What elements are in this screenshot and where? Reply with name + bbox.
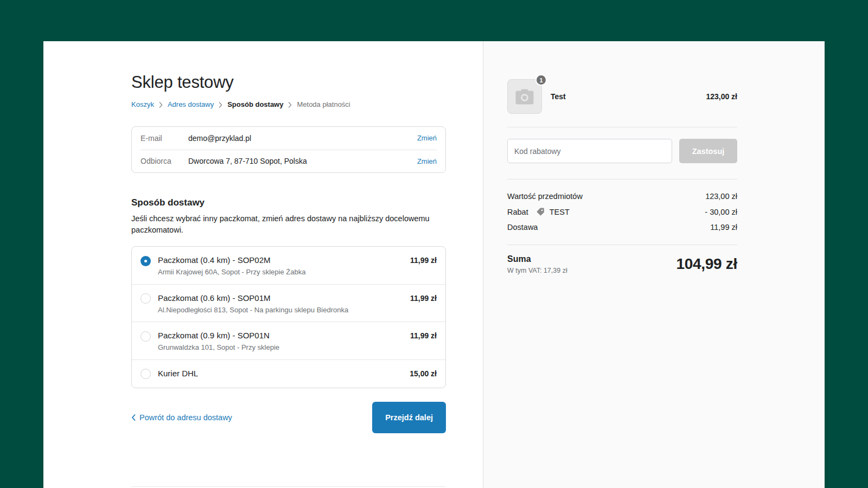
option-title: Kurier DHL [158,368,198,379]
footer-divider [131,486,446,487]
summary-row-shipping: Dostawa 11,99 zł [507,220,737,235]
checkout-card: Sklep testowy Koszyk Adres dostawy Sposó… [43,41,825,488]
option-price: 11,99 zł [410,330,437,341]
breadcrumb-metoda-platnosci: Metoda płatności [297,100,350,110]
radio-selected-icon[interactable] [141,256,151,266]
discount-label: Rabat [507,208,528,216]
discount-tag-icon [536,207,545,216]
email-label: E-mail [141,134,188,143]
option-price: 11,99 zł [410,255,437,266]
main-column: Sklep testowy Koszyk Adres dostawy Sposó… [43,41,483,488]
shipping-option-sop02m[interactable]: Paczkomat (0.4 km) - SOP02M Armii Krajow… [132,247,445,284]
recipient-label: Odbiorca [141,157,188,165]
option-title: Paczkomat (0.6 km) - SOP01M [158,293,348,304]
chevron-right-icon [288,102,292,108]
vat-note: W tym VAT: 17,39 zł [507,266,567,275]
page-title: Sklep testowy [131,73,446,92]
chevron-right-icon [159,102,163,108]
discount-value: - 30,00 zł [705,208,737,216]
apply-discount-button[interactable]: Zastosuj [679,139,737,163]
product-name: Test [551,92,566,101]
footer-actions: Powrót do adresu dostawy Przejdź dalej [131,402,446,433]
product-row: 1 Test 123,00 zł [507,79,737,114]
divider [507,127,737,127]
recipient-value: Dworcowa 7, 87-710 Sopot, Polska [188,157,307,165]
review-row-recipient: Odbiorca Dworcowa 7, 87-710 Sopot, Polsk… [132,150,445,173]
radio-unselected-icon[interactable] [141,293,151,304]
product-price: 123,00 zł [706,92,737,101]
option-title: Paczkomat (0.4 km) - SOP02M [158,255,305,266]
breadcrumb-koszyk[interactable]: Koszyk [131,100,154,110]
subtotal-value: 123,00 zł [705,192,737,201]
total-value: 104,99 zł [676,255,738,273]
radio-unselected-icon[interactable] [141,331,151,342]
option-subtitle: Al.Niepodległości 813, Sopot - Na parkin… [158,305,348,314]
discount-code-value: TEST [550,208,570,216]
breadcrumb: Koszyk Adres dostawy Sposób dostawy Meto… [131,100,446,110]
contact-review-box: E-mail demo@przyklad.pl Zmień Odbiorca D… [131,126,446,173]
chevron-left-icon [131,414,136,421]
total-row: Suma W tym VAT: 17,39 zł 104,99 zł [507,254,737,275]
chevron-right-icon [219,102,222,108]
shipping-cost-value: 11,99 zł [710,223,737,232]
option-title: Paczkomat (0.9 km) - SOP01N [158,330,279,341]
back-to-shipping-address-link[interactable]: Powrót do adresu dostawy [131,413,232,422]
subtotal-label: Wartość przedmiotów [507,192,583,201]
option-price: 11,99 zł [410,293,437,304]
radio-unselected-icon[interactable] [141,369,151,379]
email-value: demo@przyklad.pl [188,134,251,143]
total-label: Suma [507,254,567,265]
shipping-option-kurier-dhl[interactable]: Kurier DHL 15,00 zł [132,360,445,388]
option-subtitle: Grunwaldzka 101, Sopot - Przy sklepie [158,343,279,352]
shipping-option-sop01m[interactable]: Paczkomat (0.6 km) - SOP01M Al.Niepodleg… [132,285,445,322]
continue-button[interactable]: Przejdź dalej [372,402,446,433]
shipping-section-description: Jeśli chcesz wybrać inny paczkomat, zmie… [131,213,446,236]
divider [507,179,737,179]
discount-form: Zastosuj [507,139,737,163]
summary-row-discount: Rabat TEST - 30,00 zł [507,204,737,220]
camera-icon [515,89,534,105]
discount-code-input[interactable] [507,139,672,163]
shipping-cost-label: Dostawa [507,223,538,232]
option-subtitle: Armii Krajowej 60A, Sopot - Przy sklepie… [158,267,305,277]
breadcrumb-sposob-dostawy: Sposób dostawy [227,100,283,110]
option-price: 15,00 zł [410,368,437,379]
shipping-options-list: Paczkomat (0.4 km) - SOP02M Armii Krajow… [131,246,446,388]
order-summary-sidebar: 1 Test 123,00 zł Zastosuj Wartość przedm… [483,41,825,488]
breadcrumb-adres-dostawy[interactable]: Adres dostawy [168,100,214,110]
change-email-link[interactable]: Zmień [417,134,437,142]
quantity-badge: 1 [535,74,547,86]
product-thumbnail: 1 [507,79,542,114]
shipping-section-heading: Sposób dostawy [131,196,446,209]
cost-summary: Wartość przedmiotów 123,00 zł Rabat TEST… [507,189,737,235]
change-recipient-link[interactable]: Zmień [417,157,437,165]
back-link-label: Powrót do adresu dostawy [139,413,232,422]
summary-row-subtotal: Wartość przedmiotów 123,00 zł [507,189,737,204]
review-row-email: E-mail demo@przyklad.pl Zmień [132,127,445,150]
shipping-option-sop01n[interactable]: Paczkomat (0.9 km) - SOP01N Grunwaldzka … [132,322,445,359]
divider [507,245,737,245]
